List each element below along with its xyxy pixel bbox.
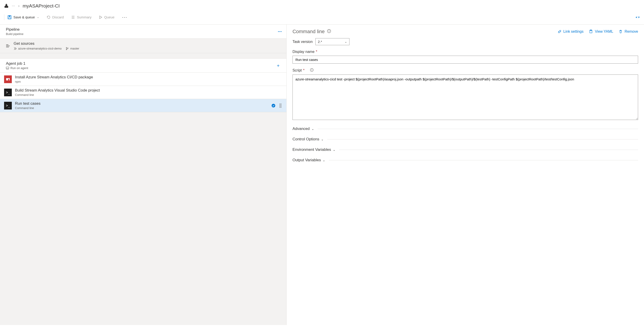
env-vars-label: Environment Variables: [292, 147, 331, 152]
svg-rect-20: [6, 78, 10, 80]
sources-title: Get sources: [14, 41, 282, 46]
task-title: Build Stream Analytics Visual Studio Cod…: [15, 88, 282, 93]
right-pane: Command line Link settings View YAML Rem…: [286, 25, 644, 325]
sources-icon: [4, 44, 12, 48]
svg-point-9: [278, 31, 279, 32]
agent-icon: [6, 67, 9, 70]
script-textarea[interactable]: [292, 75, 638, 120]
script-label: Script: [292, 68, 302, 73]
pipeline-more-button[interactable]: [277, 29, 282, 34]
get-sources-row[interactable]: Get sources azure-streamanalytics-cicd-d…: [0, 39, 286, 53]
collapse-button[interactable]: [636, 15, 640, 20]
link-icon: [558, 30, 562, 34]
sources-repo-label: azure-streamanalytics-cicd-demo: [18, 47, 62, 50]
required-asterisk: *: [316, 50, 317, 54]
svg-rect-21: [8, 79, 9, 80]
terminal-icon: >_: [4, 102, 12, 110]
control-options-section-toggle[interactable]: Control Options ⌄: [292, 137, 638, 142]
breadcrumb-title[interactable]: myASAProject-CI: [23, 3, 60, 9]
section-divider: [318, 129, 638, 129]
breadcrumb: ··· › myASAProject-CI: [0, 0, 644, 11]
info-icon[interactable]: [310, 68, 314, 73]
task-version-select[interactable]: 2.* ⌄: [316, 38, 350, 45]
svg-point-10: [279, 31, 280, 32]
task-sub: Command line: [15, 106, 268, 110]
save-icon: [8, 15, 12, 19]
section-divider: [339, 150, 638, 150]
toolbar-more-button[interactable]: ···: [121, 14, 129, 21]
advanced-label: Advanced: [292, 127, 310, 131]
remove-label: Remove: [624, 30, 638, 34]
add-task-button[interactable]: ＋: [274, 62, 282, 70]
chevron-down-icon: ⌄: [333, 148, 336, 152]
sources-branch: master: [66, 47, 79, 50]
main-split: Pipeline Build pipeline: [0, 24, 644, 325]
task-sub: Command line: [15, 93, 282, 97]
repo-icon: [14, 47, 17, 50]
sources-branch-label: master: [70, 47, 79, 50]
svg-rect-0: [4, 6, 8, 8]
svg-rect-25: [329, 31, 329, 32]
task-title: Run test cases: [15, 101, 268, 106]
chevron-down-icon: ⌄: [321, 138, 324, 141]
info-icon[interactable]: [327, 29, 331, 35]
breadcrumb-chevron-icon: ›: [18, 4, 20, 8]
drag-handle[interactable]: [279, 103, 282, 108]
svg-rect-4: [8, 16, 10, 17]
save-queue-label: Save & queue: [14, 15, 35, 19]
env-vars-section-toggle[interactable]: Environment Variables ⌄: [292, 147, 638, 152]
svg-point-29: [312, 69, 312, 70]
pipeline-title: Pipeline: [6, 27, 277, 32]
queue-button[interactable]: Queue: [98, 14, 115, 21]
chevron-down-icon: ⌄: [323, 159, 325, 162]
svg-rect-30: [312, 70, 312, 71]
link-settings-label: Link settings: [564, 30, 584, 34]
advanced-section-toggle[interactable]: Advanced ⌄: [292, 127, 638, 131]
output-vars-label: Output Variables: [292, 158, 321, 162]
svg-rect-5: [8, 18, 10, 19]
toolbar-divider: [4, 14, 4, 20]
summary-button[interactable]: Summary: [70, 14, 92, 21]
sources-repo: azure-streamanalytics-cicd-demo: [14, 47, 62, 50]
agent-job-row[interactable]: Agent job 1 Run on agent ＋: [0, 59, 286, 73]
svg-rect-2: [6, 4, 7, 5]
clipboard-icon: [589, 30, 593, 34]
branch-icon: [66, 47, 69, 50]
svg-point-17: [68, 48, 68, 48]
svg-point-15: [66, 47, 67, 48]
display-name-input[interactable]: [292, 56, 638, 64]
view-yaml-button[interactable]: View YAML: [589, 30, 613, 34]
toolbar: Save & queue ⌄ Discard Summary Queue: [0, 12, 644, 22]
chevron-down-icon: ⌄: [345, 40, 347, 43]
control-options-label: Control Options: [292, 137, 319, 142]
save-queue-button[interactable]: Save & queue ⌄: [6, 14, 40, 21]
task-version-value: 2.*: [318, 40, 322, 44]
pipeline-icon: [4, 4, 8, 8]
svg-rect-1: [6, 5, 7, 6]
svg-rect-18: [6, 67, 9, 69]
discard-button[interactable]: Discard: [46, 14, 65, 21]
breadcrumb-ellipsis[interactable]: ···: [12, 4, 15, 8]
pipeline-header-row[interactable]: Pipeline Build pipeline: [0, 25, 286, 39]
display-name-label: Display name: [292, 50, 314, 54]
discard-label: Discard: [52, 15, 64, 19]
task-version-label: Task version: [292, 40, 313, 44]
remove-button[interactable]: Remove: [618, 30, 638, 34]
task-row-run-tests[interactable]: >_ Run test cases Command line: [0, 99, 286, 112]
task-row-build-project[interactable]: >_ Build Stream Analytics Visual Studio …: [0, 86, 286, 99]
view-yaml-label: View YAML: [595, 30, 613, 34]
list-icon: [71, 15, 75, 19]
left-pane: Pipeline Build pipeline: [0, 25, 286, 325]
task-row-install-cicd[interactable]: Install Azure Stream Analytics CI/CD pac…: [0, 73, 286, 86]
output-vars-section-toggle[interactable]: Output Variables ⌄: [292, 158, 638, 162]
svg-point-22: [272, 104, 275, 107]
link-settings-button[interactable]: Link settings: [558, 30, 584, 34]
terminal-icon: >_: [4, 89, 12, 96]
task-sub: npm: [15, 80, 282, 83]
task-valid-icon: [272, 104, 276, 108]
agent-job-sub: Run on agent: [10, 66, 28, 70]
play-icon: [99, 16, 102, 19]
task-detail-title: Command line: [292, 29, 325, 35]
agent-separator: [0, 53, 286, 59]
left-pane-fill: [0, 112, 286, 325]
